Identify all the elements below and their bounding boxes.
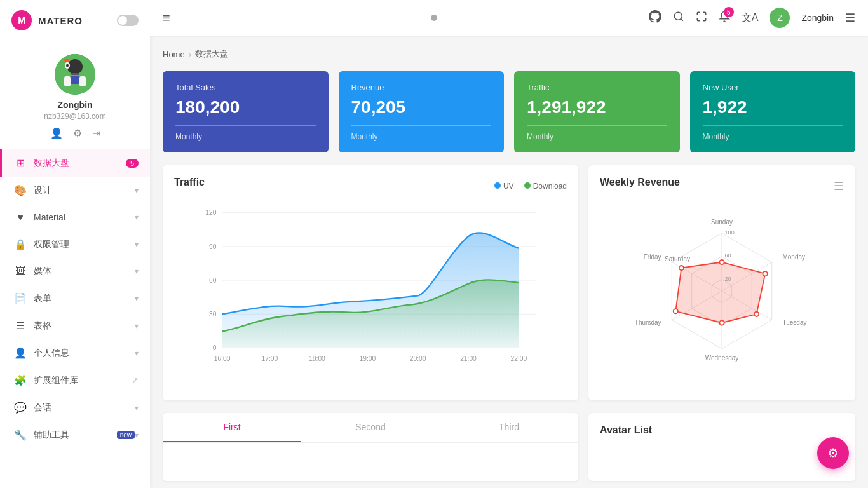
topbar-actions: 5 文A Z Zongbin ☰ (649, 8, 855, 28)
svg-text:19:00: 19:00 (360, 355, 376, 362)
svg-point-38 (763, 271, 768, 276)
username: Zongbin (57, 100, 92, 110)
sidebar-item-tools[interactable]: 🔧 辅助工具 new ▾ (0, 421, 150, 449)
user-section: Zongbin nzb329@163.com 👤 ⚙ ⇥ (0, 41, 150, 149)
chevron-down-icon-5: ▾ (135, 294, 139, 303)
translate-icon[interactable]: 文A (742, 11, 759, 25)
svg-text:Saturday: Saturday (665, 255, 690, 262)
svg-point-9 (674, 12, 682, 20)
total-sales-sub: Monthly (175, 132, 316, 141)
search-icon[interactable] (673, 11, 684, 25)
svg-rect-5 (71, 73, 79, 75)
uv-legend: UV (494, 182, 514, 191)
stat-card-traffic: Traffic 1,291,922 Monthly (514, 71, 680, 152)
bottom-row: First Second Third Avatar List (163, 413, 855, 481)
github-icon[interactable] (649, 10, 661, 26)
form-icon: 📄 (13, 292, 27, 304)
extensions-icon: 🧩 (13, 374, 27, 386)
traffic-chart-card: Traffic UV Download 120 90 60 (163, 165, 578, 400)
sidebar-item-design[interactable]: 🎨 设计 ▾ (0, 177, 150, 204)
tab-first[interactable]: First (163, 413, 301, 442)
nav-label-design: 设计 (34, 185, 135, 196)
menu-icon[interactable]: ≡ (163, 11, 170, 25)
svg-rect-4 (64, 59, 69, 62)
profile-nav-icon: 👤 (13, 347, 27, 359)
traffic-chart-title: Traffic (174, 177, 205, 188)
logout-icon[interactable]: ⇥ (92, 127, 100, 139)
chevron-down-icon-7: ▾ (135, 349, 139, 358)
svg-rect-6 (70, 76, 80, 84)
tab-second[interactable]: Second (301, 413, 440, 442)
svg-text:21:00: 21:00 (460, 355, 477, 362)
nav-label-chat: 会话 (34, 402, 135, 414)
download-legend: Download (524, 182, 567, 191)
svg-text:Sunday: Sunday (711, 219, 733, 226)
tab-content (163, 443, 578, 481)
chart-header: Weekly Revenue ☰ (600, 177, 844, 196)
svg-point-41 (674, 309, 678, 313)
sidebar-item-table[interactable]: ☰ 表格 ▾ (0, 312, 150, 339)
nav-label-extensions: 扩展组件库 (34, 375, 132, 386)
stat-card-new-user: New User 1,922 Monthly (690, 71, 856, 152)
stat-card-total-sales: Total Sales 180,200 Monthly (163, 71, 329, 152)
fab-settings-button[interactable]: ⚙ (817, 437, 849, 469)
nav-label-tools: 辅助工具 (34, 430, 113, 441)
sidebar-item-chat[interactable]: 💬 会话 ▾ (0, 394, 150, 421)
svg-point-42 (679, 266, 684, 270)
traffic-svg: 120 90 60 30 0 16:00 17:00 18:00 19:00 2… (174, 201, 567, 379)
sidebar-item-media[interactable]: 🖼 媒体 ▾ (0, 258, 150, 285)
sidebar-item-extensions[interactable]: 🧩 扩展组件库 ↗ (0, 367, 150, 394)
lock-icon: 🔒 (13, 238, 27, 250)
media-icon: 🖼 (13, 266, 27, 277)
svg-text:Monday: Monday (782, 254, 805, 261)
sidebar-item-material[interactable]: ♥ Material ▾ (0, 204, 150, 231)
content-area: Home › 数据大盘 Total Sales 180,200 Monthly … (150, 36, 868, 488)
sidebar-item-dashboard[interactable]: ⊞ 数据大盘 5 (0, 149, 150, 177)
total-sales-label: Total Sales (175, 83, 316, 92)
svg-point-39 (754, 312, 759, 316)
nav-label-profile: 个人信息 (34, 348, 135, 359)
sidebar-item-profile[interactable]: 👤 个人信息 ▾ (0, 339, 150, 367)
chevron-down-icon-8: ▾ (135, 403, 139, 412)
svg-marker-36 (675, 262, 765, 323)
svg-text:Wednesday: Wednesday (705, 355, 739, 362)
sidebar-toggle[interactable] (117, 15, 139, 26)
svg-text:Tuesday: Tuesday (782, 319, 806, 326)
tab-third[interactable]: Third (440, 413, 578, 442)
logo-icon: M (11, 10, 32, 30)
stat-card-revenue: Revenue 70,205 Monthly (339, 71, 505, 152)
settings-icon[interactable]: ⚙ (73, 127, 82, 139)
svg-text:90: 90 (209, 243, 217, 250)
breadcrumb-home[interactable]: Home (163, 50, 185, 59)
chevron-down-icon-9: ▾ (135, 431, 139, 440)
chevron-down-icon-2: ▾ (135, 213, 139, 222)
sidebar-item-form[interactable]: 📄 表单 ▾ (0, 285, 150, 312)
divider-4 (703, 125, 843, 126)
user-email: nzb329@163.com (44, 112, 106, 121)
total-sales-value: 180,200 (175, 97, 316, 118)
svg-text:20: 20 (725, 276, 731, 282)
svg-text:Thursday: Thursday (635, 319, 661, 326)
notification-badge: 5 (724, 7, 734, 17)
sidebar-item-auth[interactable]: 🔒 权限管理 ▾ (0, 231, 150, 258)
chart-menu-icon[interactable]: ☰ (834, 179, 844, 193)
profile-icon[interactable]: 👤 (50, 127, 63, 139)
svg-point-37 (719, 260, 724, 264)
sidebar: M MATERO Zongbin nzb329@163.com (0, 0, 150, 488)
svg-text:16:00: 16:00 (214, 355, 231, 362)
radar-svg: 100 60 20 Sunday Monday Tuesday Wednesda… (600, 196, 844, 386)
divider-3 (527, 125, 667, 126)
revenue-sub: Monthly (351, 132, 492, 141)
fullscreen-icon[interactable] (696, 11, 707, 25)
breadcrumb-separator: › (189, 50, 191, 59)
svg-text:18:00: 18:00 (309, 355, 325, 362)
topbar: ≡ 5 文A Z Zongbin ☰ (150, 0, 868, 36)
topbar-avatar[interactable]: Z (770, 8, 790, 28)
chevron-down-icon-4: ▾ (135, 267, 139, 276)
material-icon: ♥ (13, 212, 27, 223)
avatar (55, 54, 95, 95)
more-icon[interactable]: ☰ (845, 11, 855, 25)
svg-text:60: 60 (725, 252, 731, 259)
notifications-bell[interactable]: 5 (719, 11, 730, 25)
traffic-value: 1,291,922 (527, 97, 667, 118)
